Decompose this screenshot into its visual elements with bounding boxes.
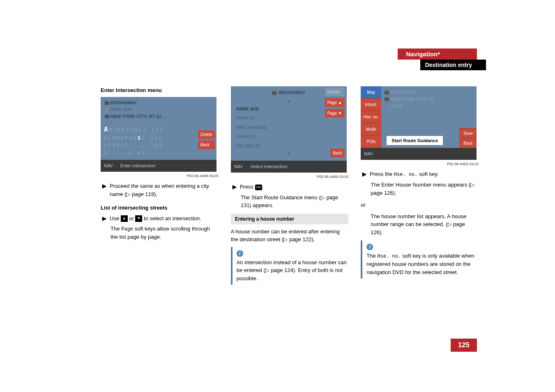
info-street: BROADWAY bbox=[111, 100, 137, 105]
kb-letter-a: A bbox=[104, 125, 109, 133]
screenshot-enter-intersection: BROADWAY PARK AVE NEW YORK CITY, NY (U..… bbox=[101, 97, 216, 172]
list-item: PILLING ST bbox=[231, 141, 347, 151]
kb-row4: &()/; 0 ok bbox=[104, 149, 213, 157]
header-street: BROADWAY bbox=[279, 90, 305, 95]
step-arrow-icon: ▶ bbox=[362, 170, 366, 178]
info-cross: PARK AVE bbox=[110, 107, 132, 112]
sidekey-mode: Mode bbox=[361, 123, 381, 136]
caption-3: P82.86-4462-31US bbox=[361, 161, 479, 167]
content-columns: Enter Intersection menu BROADWAY PARK AV… bbox=[101, 86, 479, 285]
pagedown-softkey: Page ▼ bbox=[325, 109, 345, 118]
para-house-number: A house number can be entered after ente… bbox=[231, 228, 349, 244]
screenshot-footer: NAV Enter intersection bbox=[101, 160, 216, 172]
kb-row1: BCDEFGHIJ 123 bbox=[109, 127, 164, 133]
step-arrow-icon: ▶ bbox=[233, 183, 237, 191]
section-tab: Destination entry bbox=[420, 60, 477, 70]
kb-row2b: T 456 bbox=[142, 135, 163, 141]
sidekey-intrsct: Intrsct. bbox=[361, 99, 381, 111]
info-city: NEW YORK CITY, NY (U... bbox=[111, 114, 165, 119]
step-text: Use ▲ or ▼ to select an intersection. bbox=[110, 214, 201, 223]
info-block: i An intersection instead of a house num… bbox=[231, 247, 349, 285]
sidekey-pois: POIs bbox=[361, 136, 381, 148]
info-icon: i bbox=[366, 244, 373, 250]
start-route-button: Start Route Guidance bbox=[386, 136, 443, 146]
main-area: BROADWAY NEW YORK CITY, NY (USA) Start R… bbox=[381, 86, 477, 148]
kb-row2a: KLMNOPQR bbox=[104, 135, 138, 141]
step-result: The Enter House Number menu appears (▷ p… bbox=[361, 181, 479, 197]
column-1: Enter Intersection menu BROADWAY PARK AV… bbox=[101, 86, 219, 285]
step-proceed: ▶ Proceed the same as when entering a ci… bbox=[101, 182, 219, 198]
nav-label: NAV bbox=[234, 163, 243, 170]
subsection-house-number: Entering a house number bbox=[231, 214, 349, 224]
info-area: BROADWAY PARK AVE NEW YORK CITY, NY (U..… bbox=[101, 97, 216, 122]
city-name: NEW YORK CITY, NY bbox=[390, 97, 435, 101]
dest-icon bbox=[105, 108, 109, 112]
keyboard-area: ABCDEFGHIJ 123 KLMNOPQRST 456 UVWXYZ-'.,… bbox=[101, 122, 216, 160]
or-text: or bbox=[361, 201, 479, 209]
list-item: PENN ST bbox=[231, 132, 347, 141]
flag-icon bbox=[385, 91, 389, 95]
t: Press bbox=[240, 184, 255, 190]
city-icon bbox=[105, 115, 109, 118]
step-arrow-icon: ▶ bbox=[102, 214, 106, 223]
down-key-icon: ▼ bbox=[135, 215, 142, 222]
info-text: The Hse. no. soft key is only available … bbox=[366, 252, 479, 276]
t: . bbox=[262, 184, 264, 190]
screenshot-route-guidance: Map Intrsct. Hse. no. Mode POIs BROADWAY… bbox=[361, 86, 477, 160]
footer-text: Enter intersection bbox=[120, 162, 156, 169]
step-press-hseno: ▶ Press the Hse. no. soft key. bbox=[361, 170, 479, 178]
t: to select an intersection. bbox=[142, 215, 201, 221]
step-text: Press the Hse. no. soft key. bbox=[370, 170, 438, 178]
info-text: An intersection instead of a house numbe… bbox=[237, 258, 349, 283]
chapter-tab: Navigation* bbox=[398, 48, 477, 60]
t: or bbox=[128, 215, 136, 221]
step-text: Proceed the same as when entering a city… bbox=[110, 182, 219, 198]
sidekey-map: Map bbox=[361, 86, 381, 99]
flag-icon bbox=[272, 91, 276, 95]
up-key-icon: ▲ bbox=[121, 215, 128, 222]
sidebar-keys: Map Intrsct. Hse. no. Mode POIs bbox=[361, 86, 381, 148]
step-press-ok: ▶ Press OK. bbox=[231, 183, 349, 191]
delete-softkey: Delete bbox=[198, 130, 215, 139]
step-arrow-icon: ▶ bbox=[102, 182, 106, 198]
column-2: BROADWAY ▲ PARK AVE PARK ST PATCHEN AVE … bbox=[231, 86, 349, 285]
back-softkey: Back bbox=[459, 138, 477, 148]
step-house-list: The house number list appears. A house n… bbox=[361, 212, 479, 237]
info-block: i The Hse. no. soft key is only availabl… bbox=[361, 240, 479, 279]
step-text: Press OK. bbox=[240, 183, 264, 191]
caption-2: P82.86-4469-31US bbox=[231, 174, 349, 180]
country-name: (USA) bbox=[390, 103, 403, 108]
flag-icon bbox=[105, 101, 109, 105]
step-result: The Start Route Guidance menu (▷ page 13… bbox=[231, 194, 349, 210]
step-page-keys: The Page soft keys allow scrolling throu… bbox=[101, 225, 219, 241]
screenshot-footer: NAV Select intersection bbox=[231, 161, 347, 173]
kb-row3: UVWXYZ-'., 789 bbox=[104, 142, 213, 149]
list-area: BROADWAY ▲ PARK AVE PARK ST PATCHEN AVE … bbox=[231, 86, 347, 161]
heading-enter-intersection: Enter Intersection menu bbox=[101, 86, 219, 95]
t: Press the bbox=[370, 171, 394, 177]
city-icon bbox=[385, 97, 389, 101]
pageup-softkey: Page ▲ bbox=[325, 98, 345, 107]
back-softkey: Back bbox=[198, 141, 215, 149]
heading-list-intersecting: List of intersecting streets bbox=[101, 204, 219, 212]
details-softkey: Details bbox=[325, 88, 345, 96]
screenshot-footer: NAV bbox=[361, 148, 477, 160]
t: soft key. bbox=[417, 171, 438, 177]
save-softkey: Save bbox=[459, 128, 477, 138]
street-name: BROADWAY bbox=[390, 90, 416, 95]
hseno-key: Hse. no. bbox=[377, 254, 401, 259]
t: The bbox=[366, 253, 377, 259]
page-key-name: Page bbox=[121, 226, 133, 232]
back-softkey: Back bbox=[330, 149, 344, 157]
footer-text: Select intersection bbox=[250, 163, 287, 170]
info-icon: i bbox=[237, 250, 243, 257]
scroll-down-icon: ▼ bbox=[231, 150, 347, 157]
hseno-key: Hse. no. bbox=[394, 172, 418, 178]
t: Use bbox=[110, 215, 121, 221]
ok-button-icon: OK bbox=[255, 184, 263, 190]
sidekey-hseno: Hse. no. bbox=[361, 111, 381, 123]
section-marker bbox=[477, 60, 486, 70]
nav-label: NAV bbox=[364, 150, 373, 157]
screenshot-select-intersection: BROADWAY ▲ PARK AVE PARK ST PATCHEN AVE … bbox=[231, 86, 347, 173]
caption-1: P82.86-4468-31US bbox=[101, 173, 219, 179]
